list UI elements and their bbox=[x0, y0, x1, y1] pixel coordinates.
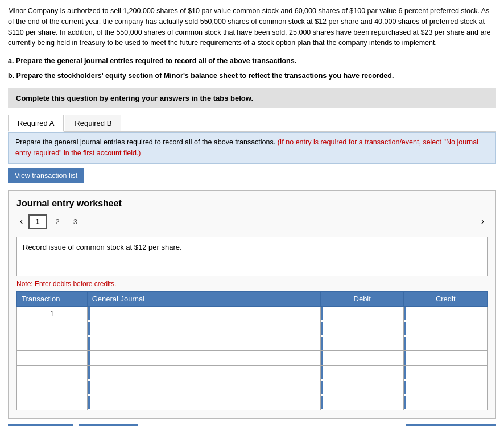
general-journal-cell-6[interactable] bbox=[87, 380, 320, 395]
tab-required-a[interactable]: Required A bbox=[8, 115, 64, 132]
credit-cell-6[interactable] bbox=[404, 380, 488, 395]
debit-cell-6[interactable] bbox=[320, 380, 404, 395]
transaction-num-4 bbox=[17, 350, 88, 365]
transaction-num-7 bbox=[17, 395, 88, 410]
table-row: 1 bbox=[17, 306, 488, 321]
general-journal-input-3[interactable] bbox=[90, 337, 320, 350]
credit-input-6[interactable] bbox=[406, 381, 487, 394]
credit-cell-4[interactable] bbox=[404, 350, 488, 365]
credit-cell-1[interactable] bbox=[404, 306, 488, 321]
prev-page-button[interactable]: ‹ bbox=[16, 215, 26, 228]
debit-input-5[interactable] bbox=[323, 366, 404, 379]
general-journal-cell-1[interactable] bbox=[87, 306, 320, 321]
debit-cell-5[interactable] bbox=[320, 365, 404, 380]
table-row bbox=[17, 350, 488, 365]
credit-input-3[interactable] bbox=[406, 337, 487, 350]
info-banner: Prepare the general journal entries requ… bbox=[8, 132, 496, 164]
table-row bbox=[17, 365, 488, 380]
debit-cell-3[interactable] bbox=[320, 336, 404, 350]
general-journal-input-7[interactable] bbox=[90, 396, 320, 409]
debit-cell-1[interactable] bbox=[320, 306, 404, 321]
clear-entry-button[interactable]: Clear entry bbox=[79, 424, 138, 427]
table-row bbox=[17, 395, 488, 410]
credit-input-5[interactable] bbox=[406, 366, 487, 379]
info-banner-main-text: Prepare the general journal entries requ… bbox=[15, 138, 275, 146]
general-journal-cell-4[interactable] bbox=[87, 350, 320, 365]
journal-entry-worksheet: Journal entry worksheet ‹ 1 2 3 › Record… bbox=[8, 190, 496, 419]
tabs-row: Required A Required B bbox=[8, 114, 496, 132]
general-journal-cell-5[interactable] bbox=[87, 365, 320, 380]
col-header-credit: Credit bbox=[404, 291, 488, 306]
record-description-box: Record issue of common stock at $12 per … bbox=[16, 237, 488, 276]
transaction-num-1: 1 bbox=[17, 306, 88, 321]
part-b: b. Prepare the stockholders' equity sect… bbox=[8, 70, 496, 81]
journal-table: Transaction General Journal Debit Credit… bbox=[16, 291, 488, 410]
tab-required-b[interactable]: Required B bbox=[65, 115, 121, 132]
debit-input-1[interactable] bbox=[323, 307, 404, 320]
credit-cell-5[interactable] bbox=[404, 365, 488, 380]
table-row bbox=[17, 336, 488, 350]
transaction-num-6 bbox=[17, 380, 88, 395]
transaction-num-5 bbox=[17, 365, 88, 380]
view-general-journal-button[interactable]: View general journal bbox=[406, 424, 496, 427]
general-journal-input-2[interactable] bbox=[90, 322, 320, 335]
debit-cell-4[interactable] bbox=[320, 350, 404, 365]
debit-cell-7[interactable] bbox=[320, 395, 404, 410]
debit-input-2[interactable] bbox=[323, 322, 404, 335]
general-journal-cell-3[interactable] bbox=[87, 336, 320, 350]
general-journal-cell-7[interactable] bbox=[87, 395, 320, 410]
debit-input-6[interactable] bbox=[323, 381, 404, 394]
button-row: Record entry Clear entry View general jo… bbox=[8, 424, 496, 427]
credit-cell-7[interactable] bbox=[404, 395, 488, 410]
credit-input-7[interactable] bbox=[406, 396, 487, 409]
debit-input-4[interactable] bbox=[323, 351, 404, 365]
transaction-num-2 bbox=[17, 321, 88, 336]
general-journal-input-5[interactable] bbox=[90, 366, 320, 379]
general-journal-cell-2[interactable] bbox=[87, 321, 320, 336]
col-header-debit: Debit bbox=[320, 291, 404, 306]
credit-cell-3[interactable] bbox=[404, 336, 488, 350]
col-header-general-journal: General Journal bbox=[87, 291, 320, 306]
instruction-box: Complete this question by entering your … bbox=[8, 88, 496, 108]
worksheet-title: Journal entry worksheet bbox=[16, 198, 488, 209]
record-entry-button[interactable]: Record entry bbox=[8, 424, 73, 427]
table-row bbox=[17, 321, 488, 336]
part-a: a. Prepare the general journal entries r… bbox=[8, 55, 496, 67]
credit-input-2[interactable] bbox=[406, 322, 487, 335]
general-journal-input-6[interactable] bbox=[90, 381, 320, 394]
credit-cell-2[interactable] bbox=[404, 321, 488, 336]
table-row bbox=[17, 380, 488, 395]
debit-input-7[interactable] bbox=[323, 396, 404, 409]
intro-paragraph: Minor Company is authorized to sell 1,20… bbox=[8, 6, 496, 48]
general-journal-input-4[interactable] bbox=[90, 351, 320, 365]
page-navigation: ‹ 1 2 3 › bbox=[16, 214, 488, 229]
note-text: Note: Enter debits before credits. bbox=[16, 280, 488, 288]
transaction-num-3 bbox=[17, 336, 88, 350]
debit-cell-2[interactable] bbox=[320, 321, 404, 336]
general-journal-input-1[interactable] bbox=[90, 307, 320, 320]
col-header-transaction: Transaction bbox=[17, 291, 88, 306]
credit-input-1[interactable] bbox=[406, 307, 487, 320]
page-2-button[interactable]: 2 bbox=[51, 216, 64, 228]
debit-input-3[interactable] bbox=[323, 337, 404, 350]
credit-input-4[interactable] bbox=[406, 351, 487, 365]
next-page-button[interactable]: › bbox=[478, 215, 488, 228]
page-1-button[interactable]: 1 bbox=[28, 214, 46, 229]
view-transaction-list-button[interactable]: View transaction list bbox=[8, 168, 84, 183]
page-3-button[interactable]: 3 bbox=[69, 216, 82, 228]
